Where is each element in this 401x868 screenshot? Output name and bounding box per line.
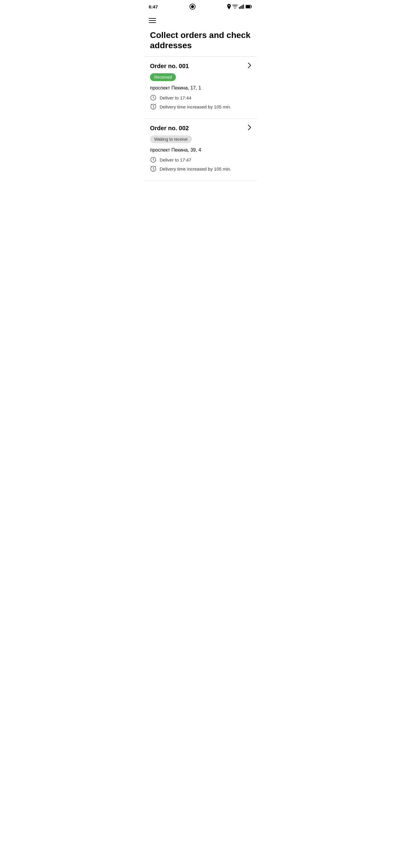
svg-rect-4 xyxy=(240,6,241,9)
divider-bottom xyxy=(144,181,257,181)
alert-clock-icon-002 xyxy=(150,165,156,172)
status-bar: 6:47 xyxy=(144,0,257,13)
menu-line-3 xyxy=(149,22,156,23)
deliver-time-text-001: Deliver to 17:44 xyxy=(160,95,191,100)
svg-rect-8 xyxy=(246,5,250,8)
signal-icon xyxy=(239,4,245,9)
order-number-001: Order no. 001 xyxy=(150,63,189,70)
order-card-001[interactable]: Order no. 001 Received проспект Пекина, … xyxy=(144,57,257,119)
wifi-icon xyxy=(232,4,238,9)
deliver-time-text-002: Deliver to 17:47 xyxy=(160,157,191,162)
status-badge-waiting: Waiting to receive xyxy=(150,135,192,143)
order-delivery-note-001: Delivery time increased by 105 min. xyxy=(150,103,251,110)
clock-icon-001 xyxy=(150,94,156,101)
delivery-note-text-001: Delivery time increased by 105 min. xyxy=(160,104,231,110)
svg-rect-3 xyxy=(239,7,240,9)
location-icon xyxy=(227,4,231,9)
menu-button[interactable] xyxy=(144,13,257,28)
order-address-001: проспект Пекина, 17, 1 xyxy=(150,85,251,91)
page-title: Collect orders and check addresses xyxy=(144,28,257,56)
chevron-right-icon-002 xyxy=(248,125,251,132)
menu-line-2 xyxy=(149,20,156,21)
battery-icon xyxy=(246,5,252,8)
menu-line-1 xyxy=(149,18,156,19)
chevron-right-icon-001 xyxy=(248,63,251,70)
watch-icon xyxy=(189,3,196,10)
clock-icon-002 xyxy=(150,156,156,163)
alert-clock-icon-001 xyxy=(150,103,156,110)
order-delivery-note-002: Delivery time increased by 105 min. xyxy=(150,165,251,172)
status-icons xyxy=(227,4,252,9)
svg-rect-6 xyxy=(243,4,244,9)
delivery-note-text-002: Delivery time increased by 105 min. xyxy=(160,166,231,172)
order-header-001: Order no. 001 xyxy=(150,63,251,70)
svg-point-2 xyxy=(228,5,230,6)
status-badge-received: Received xyxy=(150,73,176,81)
status-center xyxy=(189,3,196,10)
svg-point-11 xyxy=(153,108,153,109)
order-address-002: проспект Пекина, 39, 4 xyxy=(150,147,251,153)
status-time: 6:47 xyxy=(149,4,158,9)
order-card-002[interactable]: Order no. 002 Waiting to receive проспек… xyxy=(144,119,257,181)
order-deliver-time-002: Deliver to 17:47 xyxy=(150,156,251,163)
order-number-002: Order no. 002 xyxy=(150,125,189,132)
order-deliver-time-001: Deliver to 17:44 xyxy=(150,94,251,101)
svg-point-1 xyxy=(191,5,194,8)
svg-point-14 xyxy=(153,170,153,171)
svg-rect-5 xyxy=(242,5,242,9)
order-header-002: Order no. 002 xyxy=(150,125,251,132)
